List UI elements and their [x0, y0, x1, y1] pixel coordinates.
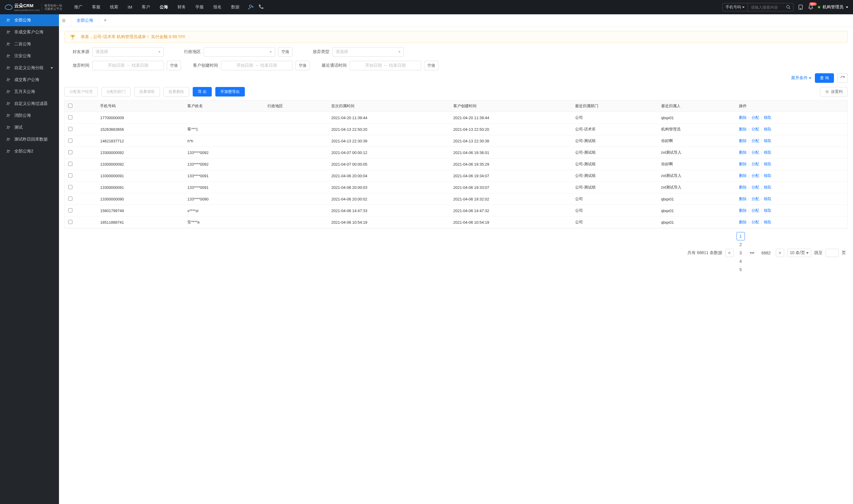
sidebar-item[interactable]: 全部公海	[0, 14, 59, 26]
select-abandon-type[interactable]: 请选择	[332, 47, 404, 57]
prev-page-button[interactable]: <	[725, 249, 733, 257]
page-size-select[interactable]: 10 条/页	[787, 249, 811, 257]
jump-page-input[interactable]	[825, 249, 839, 257]
search-input[interactable]	[748, 4, 784, 11]
sidebar-item[interactable]: 测试	[0, 122, 59, 133]
row-claim-link[interactable]: 领取	[764, 150, 772, 155]
row-checkbox[interactable]	[68, 185, 72, 189]
row-delete-link[interactable]: 删除	[739, 150, 747, 155]
search-type-select[interactable]: 手机号码	[723, 3, 748, 11]
refresh-button[interactable]	[837, 73, 848, 83]
range-abandon-time[interactable]: 开始日期~结束日期	[92, 61, 164, 70]
nav-item[interactable]: 客户	[137, 0, 155, 14]
batch-claim-button[interactable]: 批量领取	[134, 87, 160, 96]
tabs-collapse-icon[interactable]	[61, 18, 71, 23]
set-columns-button[interactable]: 设置列	[820, 87, 848, 96]
row-delete-link[interactable]: 删除	[739, 162, 747, 166]
row-assign-link[interactable]: 分配	[751, 220, 759, 224]
next-page-button[interactable]: >	[776, 249, 784, 257]
nav-item[interactable]: 财务	[173, 0, 190, 14]
row-assign-link[interactable]: 分配	[751, 173, 759, 178]
row-assign-link[interactable]: 分配	[751, 162, 759, 166]
range-create-time[interactable]: 开始日期~结束日期	[221, 61, 292, 70]
query-button[interactable]: 查 询	[815, 73, 834, 83]
row-delete-link[interactable]: 删除	[739, 127, 747, 131]
row-delete-link[interactable]: 删除	[739, 115, 747, 120]
create-time-empty-button[interactable]: 空值	[295, 61, 310, 70]
search-button[interactable]	[784, 4, 793, 11]
row-assign-link[interactable]: 分配	[751, 197, 759, 201]
sidebar-item[interactable]: 注安公海	[0, 50, 59, 62]
row-assign-link[interactable]: 分配	[751, 208, 759, 213]
export-plain-button[interactable]: 不加密导出	[215, 87, 245, 96]
sidebar-item[interactable]: 消防公海	[0, 110, 59, 122]
sidebar-item[interactable]: 自定义公海过滤器	[0, 98, 59, 110]
row-checkbox[interactable]	[68, 220, 72, 224]
row-assign-link[interactable]: 分配	[751, 150, 759, 155]
tab-all-sea[interactable]: 全部公海	[71, 14, 99, 27]
page-number[interactable]: 4	[737, 257, 745, 265]
row-claim-link[interactable]: 领取	[764, 139, 772, 143]
notification-bell[interactable]: 99+	[808, 4, 814, 10]
row-delete-link[interactable]: 删除	[739, 139, 747, 143]
row-claim-link[interactable]: 领取	[764, 173, 772, 178]
row-delete-link[interactable]: 删除	[739, 185, 747, 190]
add-user-icon[interactable]	[248, 4, 254, 11]
last-call-empty-button[interactable]: 空值	[424, 61, 438, 70]
row-checkbox[interactable]	[68, 173, 72, 178]
row-assign-link[interactable]: 分配	[751, 139, 759, 143]
sidebar-item[interactable]: 测试昨日回库数据	[0, 133, 59, 145]
row-checkbox[interactable]	[68, 139, 72, 143]
assign-manager-button[interactable]: 分配客户经理	[64, 87, 98, 96]
row-checkbox[interactable]	[68, 208, 72, 212]
page-number[interactable]: 1	[737, 232, 745, 240]
nav-item[interactable]: 数据	[226, 0, 244, 14]
row-checkbox[interactable]	[68, 127, 72, 131]
sidebar-item[interactable]: 成交客户公海	[0, 74, 59, 86]
region-empty-button[interactable]: 空值	[278, 47, 292, 57]
row-claim-link[interactable]: 领取	[764, 208, 772, 213]
row-claim-link[interactable]: 领取	[764, 197, 772, 201]
assign-dept-button[interactable]: 分配到部门	[101, 87, 131, 96]
row-assign-link[interactable]: 分配	[751, 185, 759, 190]
page-ellipsis[interactable]: •••	[748, 249, 757, 257]
nav-item[interactable]: 公海	[155, 0, 173, 14]
select-region[interactable]	[204, 47, 275, 57]
row-delete-link[interactable]: 删除	[739, 173, 747, 178]
sidebar-item[interactable]: 非成交客户公海	[0, 26, 59, 38]
nav-item[interactable]: 线索	[105, 0, 123, 14]
row-delete-link[interactable]: 删除	[739, 197, 747, 201]
user-menu[interactable]: 机构管理员	[818, 4, 848, 10]
sidebar-item[interactable]: 自定义公海分组	[0, 62, 59, 74]
sidebar-item[interactable]: 全部公海2	[0, 145, 59, 157]
row-checkbox[interactable]	[68, 115, 72, 120]
row-claim-link[interactable]: 领取	[764, 162, 772, 166]
nav-item[interactable]: 报名	[208, 0, 226, 14]
row-claim-link[interactable]: 领取	[764, 115, 772, 120]
select-all-checkbox[interactable]	[68, 104, 72, 108]
row-claim-link[interactable]: 领取	[764, 127, 772, 131]
sidebar-item[interactable]: 五月天公海	[0, 86, 59, 98]
row-claim-link[interactable]: 领取	[764, 220, 772, 224]
select-friend-from[interactable]: 请选择	[92, 47, 164, 57]
sidebar-item[interactable]: 二咨公海	[0, 38, 59, 50]
page-last[interactable]: 6882	[759, 249, 773, 257]
row-checkbox[interactable]	[68, 162, 72, 166]
nav-item[interactable]: 客服	[87, 0, 105, 14]
row-checkbox[interactable]	[68, 197, 72, 201]
abandon-time-empty-button[interactable]: 空值	[167, 61, 181, 70]
nav-item[interactable]: 学服	[190, 0, 208, 14]
batch-delete-button[interactable]: 批量删除	[164, 87, 189, 96]
page-number[interactable]: 2	[737, 240, 745, 249]
row-assign-link[interactable]: 分配	[751, 127, 759, 131]
row-claim-link[interactable]: 领取	[764, 185, 772, 190]
expand-filters-link[interactable]: 展开条件	[791, 75, 811, 81]
tablet-icon[interactable]	[798, 4, 803, 10]
tab-add-button[interactable]: +	[99, 17, 111, 23]
page-number[interactable]: 5	[737, 265, 745, 274]
nav-item[interactable]: IM	[123, 0, 137, 14]
row-assign-link[interactable]: 分配	[751, 115, 759, 120]
row-delete-link[interactable]: 删除	[739, 208, 747, 213]
row-checkbox[interactable]	[68, 150, 72, 154]
row-delete-link[interactable]: 删除	[739, 220, 747, 224]
